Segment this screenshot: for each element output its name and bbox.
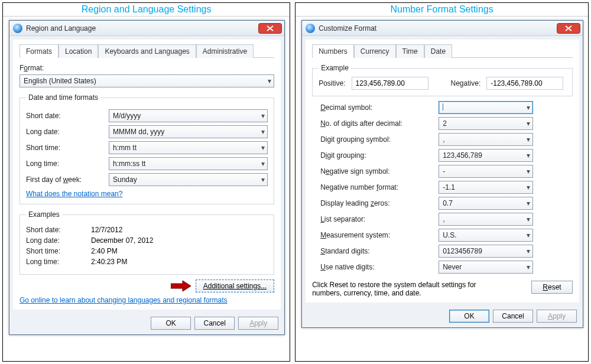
titlebar[interactable]: Customize Format xyxy=(302,21,583,36)
chevron-down-icon: ▾ xyxy=(527,199,530,207)
nf-combo-2[interactable]: ,▾ xyxy=(439,133,533,146)
tab-numbers[interactable]: Numbers xyxy=(312,44,354,58)
tab-administrative[interactable]: Administrative xyxy=(196,44,254,58)
tab-time[interactable]: Time xyxy=(396,44,424,58)
nf-label-2: Digit grouping symbol: xyxy=(320,135,439,144)
nf-combo-5[interactable]: -1.1▾ xyxy=(439,181,533,194)
globe-icon xyxy=(306,24,315,33)
nf-combo-7[interactable]: ,▾ xyxy=(439,213,533,226)
apply-button[interactable]: Apply xyxy=(238,317,278,330)
nf-label-9: Standard digits: xyxy=(320,247,439,255)
positive-value: 123,456,789.00 xyxy=(352,77,428,90)
window-title: Customize Format xyxy=(319,24,376,32)
customize-format-window: Customize Format Numbers Currency Time D… xyxy=(301,20,583,328)
panel-title-left: Region and Language Settings xyxy=(3,3,290,17)
nf-label-8: Measurement system: xyxy=(320,231,439,239)
chevron-down-icon: ▾ xyxy=(268,77,271,85)
globe-icon xyxy=(13,24,22,33)
nf-label-3: Digit grouping: xyxy=(320,151,439,160)
chevron-down-icon: ▾ xyxy=(527,231,530,239)
nf-label-5: Negative number format: xyxy=(320,183,439,191)
dialog-footer: OK Cancel Apply xyxy=(302,306,583,327)
chevron-down-icon: ▾ xyxy=(527,263,530,271)
cancel-button[interactable]: Cancel xyxy=(493,310,533,323)
nf-combo-1[interactable]: 2▾ xyxy=(439,117,533,130)
tab-date[interactable]: Date xyxy=(424,44,452,58)
close-icon xyxy=(557,23,580,34)
region-language-window: Region and Language Formats Location Key… xyxy=(9,20,285,335)
example-short-date: 12/7/2012 xyxy=(91,226,122,234)
additional-settings-button[interactable]: Additional settings... xyxy=(196,280,274,292)
nf-combo-0[interactable]: ▾ xyxy=(439,101,533,114)
panel-title-right: Number Format Settings xyxy=(296,3,588,17)
arrow-icon xyxy=(171,280,192,292)
example-short-time: 2:40 PM xyxy=(91,247,118,255)
window-title: Region and Language xyxy=(26,24,96,32)
tab-formats[interactable]: Formats xyxy=(20,44,59,58)
nf-label-1: No. of digits after decimal: xyxy=(320,119,439,128)
nf-label-0: Decimal symbol: xyxy=(320,103,439,112)
svg-marker-1 xyxy=(171,281,191,291)
format-combo[interactable]: English (United States) ▾ xyxy=(20,74,274,87)
online-link[interactable]: Go online to learn about changing langua… xyxy=(20,296,228,304)
examples-group: Examples Short date:12/7/2012 Long date:… xyxy=(20,210,274,275)
reset-button[interactable]: Reset xyxy=(531,281,573,294)
nf-label-7: List separator: xyxy=(320,215,439,223)
date-time-formats-group: Date and time formats Short date: M/d/yy… xyxy=(20,93,274,204)
chevron-down-icon: ▾ xyxy=(261,160,265,168)
titlebar[interactable]: Region and Language xyxy=(9,21,284,36)
nf-combo-3[interactable]: 123,456,789▾ xyxy=(439,149,533,162)
chevron-down-icon: ▾ xyxy=(261,112,265,120)
nf-combo-6[interactable]: 0.7▾ xyxy=(439,197,533,210)
number-format-panel: Number Format Settings Customize Format … xyxy=(295,2,589,362)
short-date-label: Short date: xyxy=(26,112,109,120)
tab-location[interactable]: Location xyxy=(59,44,98,58)
first-day-label: First day of week: xyxy=(26,176,109,184)
chevron-down-icon: ▾ xyxy=(527,183,530,191)
close-icon xyxy=(258,23,282,34)
close-button[interactable] xyxy=(557,23,580,34)
example-long-date: December 07, 2012 xyxy=(91,236,153,245)
chevron-down-icon: ▾ xyxy=(527,119,530,128)
nf-combo-10[interactable]: Never▾ xyxy=(439,261,533,274)
tab-currency[interactable]: Currency xyxy=(354,44,396,58)
example-group: Example Positive: 123,456,789.00 Negativ… xyxy=(312,64,573,96)
nf-label-4: Negative sign symbol: xyxy=(320,167,439,176)
dialog-footer: OK Cancel Apply xyxy=(9,313,284,334)
long-time-combo[interactable]: h:mm:ss tt ▾ xyxy=(109,157,268,170)
tab-keyboards[interactable]: Keyboards and Languages xyxy=(98,44,196,58)
chevron-down-icon: ▾ xyxy=(527,103,530,112)
example-long-time: 2:40:23 PM xyxy=(91,258,127,266)
chevron-down-icon: ▾ xyxy=(527,215,530,223)
format-label: Format: xyxy=(20,64,274,72)
tabstrip: Formats Location Keyboards and Languages… xyxy=(20,44,274,58)
nf-label-10: Use native digits: xyxy=(320,263,439,271)
long-time-label: Long time: xyxy=(26,160,109,168)
short-time-label: Short time: xyxy=(26,144,109,152)
tabstrip: Numbers Currency Time Date xyxy=(312,44,573,58)
nf-combo-4[interactable]: -▾ xyxy=(439,165,533,178)
chevron-down-icon: ▾ xyxy=(261,176,265,184)
long-date-label: Long date: xyxy=(26,128,109,136)
chevron-down-icon: ▾ xyxy=(527,167,530,176)
negative-value: -123,456,789.00 xyxy=(486,77,563,90)
chevron-down-icon: ▾ xyxy=(527,247,530,255)
chevron-down-icon: ▾ xyxy=(527,135,530,144)
nf-label-6: Display leading zeros: xyxy=(320,199,439,207)
nf-combo-8[interactable]: U.S.▾ xyxy=(439,229,533,242)
ok-button[interactable]: OK xyxy=(151,317,191,330)
reset-description: Click Reset to restore the system defaul… xyxy=(312,281,501,297)
ok-button[interactable]: OK xyxy=(449,310,489,323)
first-day-combo[interactable]: Sunday ▾ xyxy=(109,173,268,186)
short-time-combo[interactable]: h:mm tt ▾ xyxy=(109,141,268,154)
region-language-panel: Region and Language Settings Region and … xyxy=(2,2,290,362)
chevron-down-icon: ▾ xyxy=(261,144,265,152)
close-button[interactable] xyxy=(258,23,282,34)
short-date-combo[interactable]: M/d/yyyy ▾ xyxy=(109,109,268,122)
nf-combo-9[interactable]: 0123456789▾ xyxy=(439,245,533,258)
long-date-combo[interactable]: MMMM dd, yyyy ▾ xyxy=(109,125,268,138)
apply-button[interactable]: Apply xyxy=(537,310,577,323)
cancel-button[interactable]: Cancel xyxy=(194,317,235,330)
notation-link[interactable]: What does the notation mean? xyxy=(26,190,122,198)
chevron-down-icon: ▾ xyxy=(261,128,265,136)
